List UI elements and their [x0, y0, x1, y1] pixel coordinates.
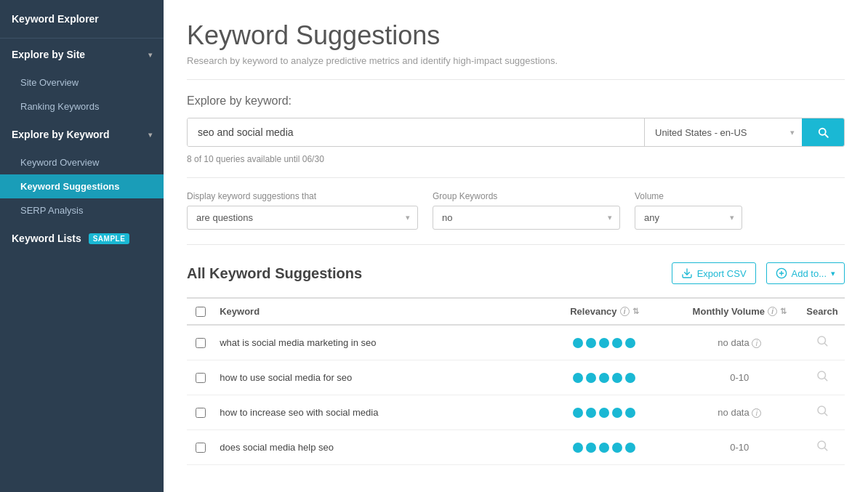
page-subtitle: Research by keyword to analyze predictiv…: [187, 55, 845, 80]
volume-value: no data: [718, 337, 749, 348]
relevancy-dot: [612, 408, 622, 418]
relevancy-dot: [599, 408, 609, 418]
search-row: United States - en-US United Kingdom - e…: [187, 118, 845, 147]
relevancy-dot: [612, 338, 622, 348]
row-checkbox-3[interactable]: [196, 443, 206, 453]
chevron-down-icon-volume: ▾: [730, 213, 742, 222]
table-row: does social media help seo0-10: [187, 430, 845, 465]
volume-sort-icon[interactable]: ⇅: [780, 307, 787, 316]
relevancy-dot: [599, 373, 609, 383]
th-volume-label: Monthly Volume: [693, 306, 765, 317]
volume-cell: no data i: [680, 395, 800, 430]
add-to-label: Add to...: [792, 268, 827, 279]
filter-volume: Volume any 0-10 11-100 101-1000 1001+ ▾: [635, 191, 742, 230]
volume-row-info-icon[interactable]: i: [752, 408, 761, 418]
query-info: 8 of 10 queries available until 06/30: [187, 154, 845, 178]
search-cell: [800, 325, 845, 360]
relevancy-dot: [625, 443, 635, 453]
select-all-checkbox[interactable]: [196, 307, 206, 317]
export-csv-button[interactable]: Export CSV: [672, 262, 756, 284]
row-search-icon[interactable]: [816, 336, 829, 350]
page-title: Keyword Suggestions: [187, 20, 845, 51]
sidebar-item-keyword-overview[interactable]: Keyword Overview: [0, 150, 164, 174]
add-to-button[interactable]: Add to... ▾: [766, 262, 845, 284]
keyword-search-input[interactable]: [188, 118, 644, 146]
filter-volume-select[interactable]: any 0-10 11-100 101-1000 1001+: [635, 206, 730, 229]
row-checkbox-1[interactable]: [196, 373, 206, 383]
sidebar-item-site-overview[interactable]: Site Overview: [0, 70, 164, 94]
add-icon: [776, 267, 787, 279]
filter-group-label: Group Keywords: [433, 191, 620, 201]
search-icon: [816, 126, 829, 139]
relevancy-dot: [586, 408, 596, 418]
row-search-icon[interactable]: [816, 406, 829, 420]
row-search-icon[interactable]: [816, 371, 829, 385]
sidebar-item-keyword-suggestions[interactable]: Keyword Suggestions: [0, 174, 164, 198]
relevancy-dot: [612, 373, 622, 383]
table-row: how to use social media for seo0-10: [187, 360, 845, 395]
row-checkbox-2[interactable]: [196, 408, 206, 418]
volume-cell: 0-10: [680, 430, 800, 465]
relevancy-cell: [529, 395, 680, 430]
volume-info-icon[interactable]: i: [768, 307, 777, 316]
export-csv-label: Export CSV: [697, 268, 747, 279]
sidebar-item-serp-analysis[interactable]: SERP Analysis: [0, 198, 164, 222]
svg-point-8: [818, 406, 826, 414]
relevancy-sort-icon[interactable]: ⇅: [632, 307, 639, 316]
relevancy-dot: [573, 373, 583, 383]
th-search-label: Search: [806, 306, 837, 317]
filter-display-select[interactable]: are questions contain keyword all sugges…: [188, 206, 406, 229]
sidebar-item-ranking-keywords[interactable]: Ranking Keywords: [0, 94, 164, 118]
relevancy-dot: [586, 338, 596, 348]
explore-by-keyword-label: Explore by keyword:: [187, 94, 845, 108]
row-search-icon[interactable]: [816, 440, 829, 455]
chevron-down-icon-2: ▾: [148, 131, 152, 139]
volume-value: no data: [718, 407, 749, 418]
svg-line-5: [824, 343, 827, 345]
relevancy-dot: [625, 408, 635, 418]
sample-badge: SAMPLE: [89, 233, 130, 244]
relevancy-dot: [573, 443, 583, 453]
chevron-down-icon-group: ▾: [608, 213, 619, 222]
filter-group-select[interactable]: no yes: [433, 206, 608, 229]
filter-display-wrapper: are questions contain keyword all sugges…: [187, 206, 418, 230]
sidebar-keyword-lists-label: Keyword Lists: [12, 233, 81, 244]
volume-value: 0-10: [730, 372, 749, 383]
search-button[interactable]: [802, 118, 844, 146]
relevancy-dot: [625, 373, 635, 383]
volume-cell: no data i: [680, 325, 800, 360]
search-cell: [800, 430, 845, 465]
relevancy-dot: [625, 338, 635, 348]
table-header-row: All Keyword Suggestions Export CSV Add t…: [187, 262, 845, 284]
filter-group-wrapper: no yes ▾: [433, 206, 620, 230]
volume-cell: 0-10: [680, 360, 800, 395]
locale-select[interactable]: United States - en-US United Kingdom - e…: [645, 120, 790, 145]
volume-value: 0-10: [730, 442, 749, 453]
relevancy-dot: [586, 373, 596, 383]
relevancy-cell: [529, 430, 680, 465]
export-icon: [681, 267, 693, 279]
row-checkbox-0[interactable]: [196, 338, 206, 348]
sidebar-section-label-explore-by-keyword: Explore by Keyword: [12, 129, 110, 140]
sidebar-section-explore-by-keyword[interactable]: Explore by Keyword ▾: [0, 118, 164, 150]
locale-wrapper: United States - en-US United Kingdom - e…: [645, 118, 802, 146]
keyword-cell: what is social media marketing in seo: [214, 325, 529, 360]
main-content: Keyword Suggestions Research by keyword …: [164, 0, 868, 492]
th-monthly-volume: Monthly Volume i ⇅: [680, 298, 800, 325]
relevancy-dot: [586, 443, 596, 453]
search-cell: [800, 360, 845, 395]
volume-row-info-icon[interactable]: i: [752, 339, 761, 348]
chevron-down-icon-locale: ▾: [790, 128, 795, 137]
th-keyword-label: Keyword: [220, 306, 260, 317]
filter-group-keywords: Group Keywords no yes ▾: [433, 191, 620, 230]
relevancy-info-icon[interactable]: i: [620, 307, 630, 316]
sidebar-section-explore-by-site[interactable]: Explore by Site ▾: [0, 39, 164, 70]
table-row: what is social media marketing in seono …: [187, 325, 845, 360]
sidebar: Keyword Explorer Explore by Site ▾ Site …: [0, 0, 164, 492]
relevancy-dot: [573, 338, 583, 348]
search-cell: [800, 395, 845, 430]
svg-line-11: [824, 448, 827, 450]
filters-row: Display keyword suggestions that are que…: [187, 191, 845, 245]
svg-line-7: [824, 378, 827, 380]
sidebar-keyword-lists[interactable]: Keyword Lists SAMPLE: [0, 222, 164, 254]
